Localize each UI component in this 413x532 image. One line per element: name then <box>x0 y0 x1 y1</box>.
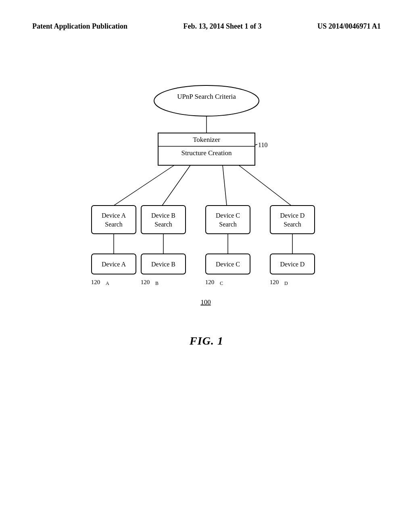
svg-text:C: C <box>220 281 223 286</box>
svg-text:D: D <box>284 281 288 286</box>
svg-rect-13 <box>92 206 136 234</box>
svg-text:120: 120 <box>91 279 100 285</box>
page-header: Patent Application Publication Feb. 13, … <box>0 0 413 31</box>
header-date-sheet: Feb. 13, 2014 Sheet 1 of 3 <box>184 22 262 31</box>
diagram-svg: UPnP Search Criteria Tokenizer Structure… <box>65 81 348 330</box>
svg-line-10 <box>162 165 190 206</box>
svg-text:Search: Search <box>154 221 172 228</box>
svg-point-0 <box>154 85 259 116</box>
svg-text:120: 120 <box>205 279 215 285</box>
svg-line-11 <box>223 165 227 206</box>
svg-text:Device A: Device A <box>102 261 126 268</box>
header-patent-number: US 2014/0046971 A1 <box>317 22 381 31</box>
svg-text:Device C: Device C <box>216 212 240 219</box>
header-publication-label: Patent Application Publication <box>32 22 127 31</box>
svg-text:A: A <box>106 281 109 286</box>
svg-text:Search: Search <box>105 221 123 228</box>
svg-text:110: 110 <box>258 141 267 148</box>
diagram-container: UPnP Search Criteria Tokenizer Structure… <box>0 81 413 330</box>
figure-label: FIG. 1 <box>190 335 223 347</box>
svg-line-12 <box>239 165 291 206</box>
svg-text:120: 120 <box>270 279 279 285</box>
svg-rect-19 <box>206 206 250 234</box>
svg-text:Device C: Device C <box>216 261 240 268</box>
svg-rect-16 <box>141 206 186 234</box>
svg-text:Search: Search <box>284 221 301 228</box>
svg-text:Device D: Device D <box>280 212 305 219</box>
patent-page: Patent Application Publication Feb. 13, … <box>0 0 413 532</box>
svg-text:Structure Creation: Structure Creation <box>181 149 232 157</box>
svg-text:B: B <box>155 281 159 286</box>
svg-text:Device B: Device B <box>151 212 175 219</box>
svg-line-9 <box>114 165 174 206</box>
svg-text:100: 100 <box>200 298 211 306</box>
svg-text:Search: Search <box>219 221 237 228</box>
svg-text:Device B: Device B <box>151 261 175 268</box>
svg-text:Tokenizer: Tokenizer <box>193 136 220 143</box>
svg-text:Device A: Device A <box>102 212 126 219</box>
svg-text:120: 120 <box>141 279 150 285</box>
svg-text:UPnP Search Criteria: UPnP Search Criteria <box>177 93 236 100</box>
svg-rect-22 <box>270 206 315 234</box>
svg-text:Device D: Device D <box>280 261 305 268</box>
